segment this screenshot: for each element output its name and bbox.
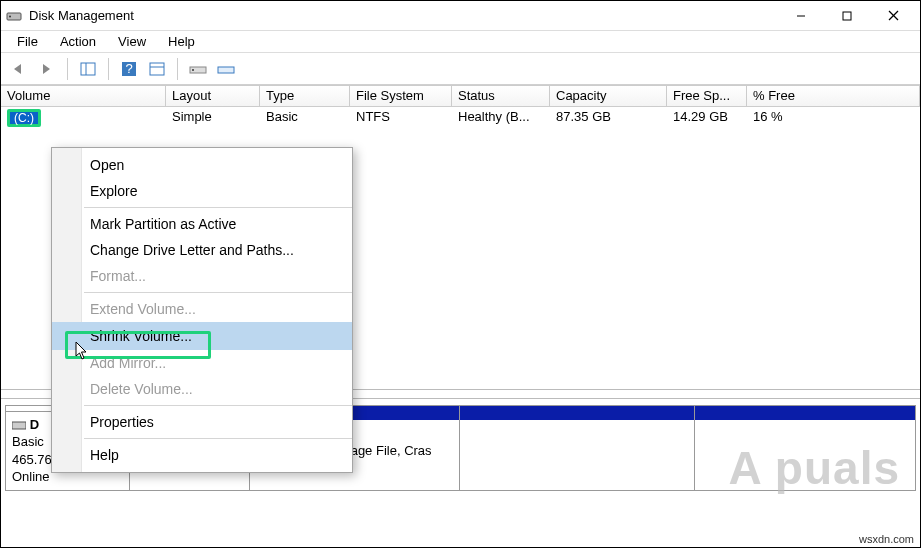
volume-box-3[interactable] bbox=[460, 406, 695, 490]
cell-volume: (C:) bbox=[1, 107, 166, 129]
ctx-shrink-volume[interactable]: Shrink Volume... bbox=[52, 322, 352, 350]
svg-rect-15 bbox=[12, 422, 26, 429]
disk-name: D bbox=[30, 417, 39, 432]
cell-free-space: 14.29 GB bbox=[667, 107, 747, 129]
col-filesystem[interactable]: File System bbox=[350, 86, 452, 106]
toolbar-separator bbox=[108, 58, 109, 80]
ctx-explore[interactable]: Explore bbox=[52, 178, 352, 204]
toolbar-separator bbox=[177, 58, 178, 80]
toolbar-icon[interactable] bbox=[214, 57, 238, 81]
menu-file[interactable]: File bbox=[7, 32, 48, 51]
disk-type: Basic bbox=[12, 434, 44, 449]
col-percent-free[interactable]: % Free bbox=[747, 86, 920, 106]
col-volume[interactable]: Volume bbox=[1, 86, 166, 106]
menu-view[interactable]: View bbox=[108, 32, 156, 51]
help-icon[interactable]: ? bbox=[117, 57, 141, 81]
col-free-space[interactable]: Free Sp... bbox=[667, 86, 747, 106]
table-row[interactable]: (C:) Simple Basic NTFS Healthy (B... 87.… bbox=[1, 107, 920, 129]
svg-rect-14 bbox=[218, 67, 234, 73]
svg-text:?: ? bbox=[125, 61, 132, 76]
source-note: wsxdn.com bbox=[859, 533, 914, 545]
cell-filesystem: NTFS bbox=[350, 107, 452, 129]
toolbar-icon[interactable] bbox=[145, 57, 169, 81]
toolbar: ? bbox=[1, 53, 920, 85]
volume-table-header: Volume Layout Type File System Status Ca… bbox=[1, 85, 920, 107]
watermark-logo: A puals bbox=[729, 441, 900, 495]
col-layout[interactable]: Layout bbox=[166, 86, 260, 106]
close-button[interactable] bbox=[870, 1, 916, 31]
volume-stripe bbox=[695, 406, 915, 420]
cell-type: Basic bbox=[260, 107, 350, 129]
col-status[interactable]: Status bbox=[452, 86, 550, 106]
col-capacity[interactable]: Capacity bbox=[550, 86, 667, 106]
back-button[interactable] bbox=[7, 57, 31, 81]
menu-help[interactable]: Help bbox=[158, 32, 205, 51]
ctx-open[interactable]: Open bbox=[52, 152, 352, 178]
toolbar-icon[interactable] bbox=[186, 57, 210, 81]
toolbar-separator bbox=[67, 58, 68, 80]
forward-button[interactable] bbox=[35, 57, 59, 81]
svg-rect-6 bbox=[81, 63, 95, 75]
minimize-button[interactable] bbox=[778, 1, 824, 31]
disk-management-icon bbox=[5, 7, 23, 25]
cell-layout: Simple bbox=[166, 107, 260, 129]
maximize-button[interactable] bbox=[824, 1, 870, 31]
ctx-help[interactable]: Help bbox=[52, 442, 352, 468]
svg-point-1 bbox=[9, 15, 11, 17]
show-hide-console-tree-icon[interactable] bbox=[76, 57, 100, 81]
ctx-change-drive-letter[interactable]: Change Drive Letter and Paths... bbox=[52, 237, 352, 263]
ctx-separator bbox=[84, 405, 352, 406]
cell-capacity: 87.35 GB bbox=[550, 107, 667, 129]
svg-rect-10 bbox=[150, 63, 164, 75]
ctx-extend-volume[interactable]: Extend Volume... bbox=[52, 296, 352, 322]
drive-c-badge[interactable]: (C:) bbox=[7, 109, 41, 127]
ctx-mark-active[interactable]: Mark Partition as Active bbox=[52, 211, 352, 237]
ctx-properties[interactable]: Properties bbox=[52, 409, 352, 435]
ctx-separator bbox=[84, 292, 352, 293]
disk-status: Online bbox=[12, 469, 50, 484]
cell-percent-free: 16 % bbox=[747, 107, 920, 129]
volume-stripe bbox=[460, 406, 694, 420]
ctx-delete-volume[interactable]: Delete Volume... bbox=[52, 376, 352, 402]
ctx-separator bbox=[84, 207, 352, 208]
cell-status: Healthy (B... bbox=[452, 107, 550, 129]
window-title: Disk Management bbox=[29, 8, 778, 23]
context-menu: Open Explore Mark Partition as Active Ch… bbox=[51, 147, 353, 473]
svg-point-13 bbox=[192, 69, 194, 71]
titlebar: Disk Management bbox=[1, 1, 920, 31]
disk-icon bbox=[12, 417, 30, 432]
col-type[interactable]: Type bbox=[260, 86, 350, 106]
menu-action[interactable]: Action bbox=[50, 32, 106, 51]
ctx-add-mirror[interactable]: Add Mirror... bbox=[52, 350, 352, 376]
svg-rect-3 bbox=[843, 12, 851, 20]
menubar: File Action View Help bbox=[1, 31, 920, 53]
ctx-format[interactable]: Format... bbox=[52, 263, 352, 289]
ctx-separator bbox=[84, 438, 352, 439]
